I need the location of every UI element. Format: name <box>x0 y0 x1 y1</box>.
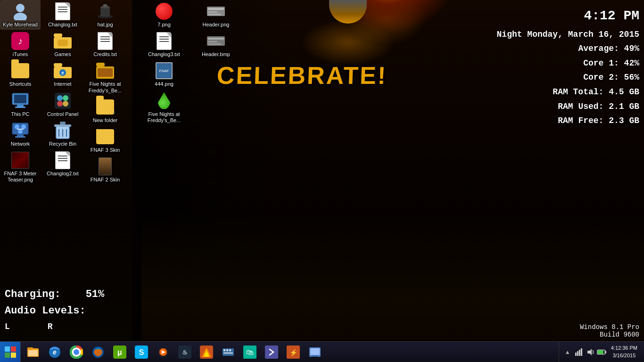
icon-fnaf3-meter[interactable]: FNAF 3 Meter Teaser.png <box>0 149 41 185</box>
icon-changlog-txt[interactable]: Changlog.txt <box>42 0 83 30</box>
taskbar-file-explorer[interactable] <box>23 343 43 362</box>
svg-point-0 <box>16 4 25 12</box>
icon-kyle-morehead[interactable]: Kyle Morehead <box>0 0 41 30</box>
icon-fnaf-be-green[interactable]: Five Nights at Freddy's_Be... <box>144 90 184 125</box>
audio-r: R <box>48 320 53 334</box>
svg-point-25 <box>63 101 68 107</box>
svg-text:⚡: ⚡ <box>289 349 298 357</box>
svg-rect-41 <box>208 11 217 13</box>
credits-txt-icon <box>96 32 115 50</box>
desktop-column-3: hat.jpg Credits.txt Five Nights at Fredd… <box>85 0 127 185</box>
audio-levels-label: Audio Levels: <box>5 305 86 317</box>
icon-444-png[interactable]: FNAF 444.png <box>144 59 184 89</box>
444-png-icon: FNAF <box>155 61 173 80</box>
svg-rect-89 <box>605 351 606 353</box>
svg-rect-42 <box>208 14 221 15</box>
svg-rect-84 <box>579 350 580 356</box>
taskbar-skype[interactable]: S <box>131 343 152 362</box>
icon-header-png[interactable]: Header.png <box>196 0 236 30</box>
fnaf2-skin-label: FNAF 2 Skin <box>91 177 120 183</box>
svg-text:μ: μ <box>117 348 122 356</box>
svg-rect-4 <box>17 105 24 107</box>
windows-info: Windows 8.1 Pro Build 9600 <box>580 323 639 338</box>
tray-volume-icon[interactable] <box>586 347 595 357</box>
taskbar-utorrent[interactable]: μ <box>109 343 130 362</box>
icon-7-png[interactable]: 7.png <box>144 0 184 30</box>
icon-control-panel[interactable]: Control Panel <box>42 90 83 119</box>
fnaf3-meter-icon <box>11 151 30 170</box>
icon-new-folder[interactable]: New folder <box>85 96 125 125</box>
svg-point-8 <box>21 124 26 129</box>
taskbar-touch-app[interactable] <box>261 343 282 362</box>
svg-rect-72 <box>229 349 231 351</box>
taskbar: e μ <box>0 341 644 362</box>
ram-used: RAM Used: 2.1 GB <box>497 99 639 114</box>
svg-rect-49 <box>28 350 38 356</box>
svg-point-1 <box>14 13 27 20</box>
svg-rect-85 <box>581 348 582 356</box>
charging-value: 51% <box>86 288 105 300</box>
svg-rect-48 <box>27 347 33 349</box>
icon-fnaf3-skin[interactable]: FNAF 3 Skin <box>85 125 125 155</box>
svg-rect-45 <box>208 41 217 42</box>
internet-folder-icon: e <box>53 61 72 80</box>
fnaf2-skin-icon <box>96 157 115 176</box>
new-folder-icon <box>96 98 115 116</box>
fnaf-be-green-icon <box>155 91 173 110</box>
icon-itunes[interactable]: ♪ iTunes <box>0 30 41 59</box>
tray-battery-icon[interactable] <box>597 347 606 357</box>
start-button[interactable] <box>0 342 21 362</box>
system-tray: ▲ 4:12:36 PM 3/16/2015 <box>559 342 644 362</box>
taskbar-chrome[interactable] <box>66 343 87 362</box>
svg-text:S: S <box>139 348 144 356</box>
icon-credits-txt[interactable]: Credits.txt <box>85 30 125 59</box>
taskbar-app1[interactable]: ⚡ <box>283 343 304 362</box>
icon-internet[interactable]: e Internet <box>42 59 83 89</box>
icon-header-bmp[interactable]: Header.bmp <box>196 30 236 59</box>
ram-free: RAM Free: 2.3 GB <box>497 114 639 128</box>
shortcuts-folder-icon <box>11 61 30 80</box>
icon-games[interactable]: Games <box>42 30 83 59</box>
taskbar-store[interactable]: 🛍 <box>239 343 260 362</box>
desktop-column-4: 7.png Changlog3.txt FNAF 444.png Five Ni… <box>144 0 186 125</box>
svg-rect-16 <box>58 40 68 46</box>
taskbar-ie[interactable]: e <box>44 343 65 362</box>
desktop-column-2: Changlog.txt Games e Internet <box>42 0 85 179</box>
fnaf-be-1-icon <box>96 61 115 80</box>
windows-build: Build 9600 <box>580 331 639 338</box>
svg-rect-81 <box>312 356 318 357</box>
svg-rect-37 <box>96 63 105 66</box>
taskbar-steam[interactable]: ♨ <box>174 343 195 362</box>
svg-rect-82 <box>575 353 577 356</box>
icon-changlog2-txt[interactable]: Changlog2.txt <box>42 149 83 179</box>
taskbar-thunderbird[interactable] <box>196 343 217 362</box>
tray-network-icon[interactable] <box>574 347 584 357</box>
games-folder-icon <box>53 32 72 50</box>
control-panel-label: Control Panel <box>47 111 79 117</box>
tray-time-value: 4:12:36 PM <box>611 345 637 352</box>
icon-shortcuts[interactable]: Shortcuts <box>0 59 41 89</box>
tray-expand[interactable]: ▲ <box>563 349 572 355</box>
taskbar-kbd-app[interactable] <box>218 343 239 362</box>
tray-clock[interactable]: 4:12:36 PM 3/16/2015 <box>608 345 640 359</box>
header-bmp-icon <box>206 32 225 50</box>
cpu-average: Average: 49% <box>497 41 639 56</box>
icon-fnaf-be-1[interactable]: Five Nights at Freddy's_Be... <box>85 59 125 95</box>
desk-area <box>141 211 644 343</box>
icon-network[interactable]: Network <box>0 119 41 149</box>
fnaf-be-green-label: Five Nights at Freddy's_Be... <box>145 111 183 123</box>
icon-this-pc[interactable]: This PC <box>0 90 41 119</box>
icon-changlog3-txt[interactable]: Changlog3.txt <box>144 30 184 59</box>
internet-label: Internet <box>54 81 71 87</box>
taskbar-app2[interactable] <box>305 343 325 362</box>
svg-rect-12 <box>17 134 24 136</box>
icon-recycle-bin[interactable]: Recycle Bin <box>42 119 83 149</box>
changlog2-txt-label: Changlog2.txt <box>47 171 79 177</box>
icon-hat-jpg[interactable]: hat.jpg <box>85 0 125 30</box>
svg-marker-86 <box>587 349 592 355</box>
hat-jpg-icon <box>96 2 115 21</box>
taskbar-wmp[interactable] <box>153 343 173 362</box>
taskbar-firefox[interactable] <box>88 343 108 362</box>
svg-point-24 <box>57 101 63 107</box>
icon-fnaf2-skin[interactable]: FNAF 2 Skin <box>85 155 125 185</box>
